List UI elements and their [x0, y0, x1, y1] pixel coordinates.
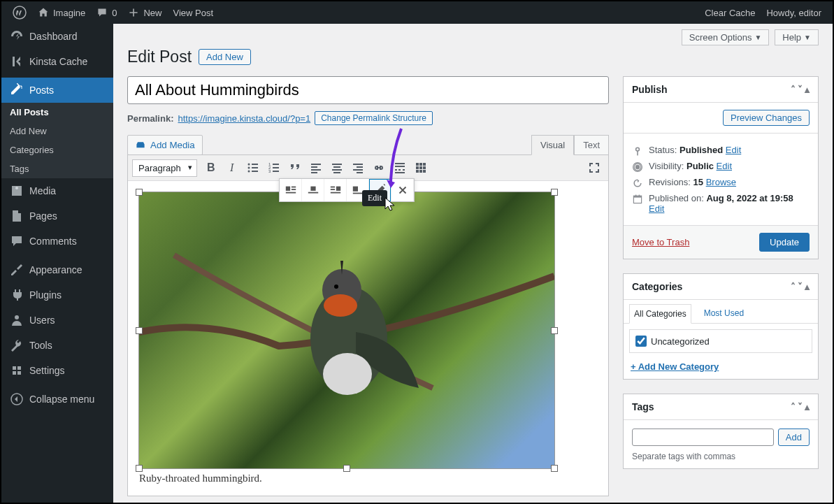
tab-text[interactable]: Text — [574, 135, 609, 155]
sidebar-item-comments[interactable]: Comments — [1, 229, 113, 254]
resize-handle[interactable] — [136, 189, 143, 196]
align-center-button[interactable] — [327, 158, 347, 178]
post-image[interactable] — [139, 192, 554, 468]
post-title-input[interactable] — [127, 76, 609, 104]
new-content-link[interactable]: New — [122, 1, 167, 24]
fullscreen-button[interactable] — [584, 158, 604, 178]
svg-point-59 — [324, 294, 357, 317]
tags-input[interactable] — [632, 429, 774, 446]
align-right-button[interactable] — [348, 158, 368, 178]
sidebar-item-kinsta[interactable]: Kinsta Cache — [1, 49, 113, 74]
svg-rect-36 — [416, 163, 419, 166]
panel-down-icon[interactable]: ˅ — [798, 401, 803, 412]
svg-rect-22 — [311, 166, 317, 168]
sidebar-item-appearance[interactable]: Appearance — [1, 257, 113, 282]
tab-all-categories[interactable]: All Categories — [629, 304, 691, 324]
panel-up-icon[interactable]: ˄ — [791, 401, 796, 412]
comments-link[interactable]: 0 — [91, 1, 122, 24]
sidebar-item-pages[interactable]: Pages — [1, 203, 113, 229]
change-permalink-button[interactable]: Change Permalink Structure — [315, 111, 433, 125]
readmore-button[interactable] — [390, 158, 410, 178]
resize-handle[interactable] — [343, 465, 350, 472]
svg-rect-32 — [357, 172, 363, 173]
collapse-menu[interactable]: Collapse menu — [1, 387, 113, 412]
add-tag-button[interactable]: Add — [778, 429, 810, 446]
svg-rect-44 — [423, 170, 426, 173]
img-align-right-button[interactable] — [324, 179, 347, 201]
italic-button[interactable]: I — [222, 158, 242, 178]
format-select[interactable]: Paragraph — [132, 159, 197, 177]
submenu-tags[interactable]: Tags — [1, 159, 113, 178]
numbered-list-button[interactable]: 123 — [264, 158, 284, 178]
svg-rect-12 — [252, 167, 258, 168]
svg-point-60 — [323, 353, 372, 395]
view-post-link[interactable]: View Post — [168, 1, 220, 24]
panel-toggle-icon[interactable]: ▴ — [805, 84, 810, 95]
howdy-user[interactable]: Howdy, editor — [761, 1, 827, 24]
edit-status-link[interactable]: Edit — [726, 145, 741, 155]
add-media-button[interactable]: Add Media — [127, 135, 203, 155]
permalink-url[interactable]: https://imagine.kinsta.cloud/?p=1 — [178, 113, 310, 124]
align-left-button[interactable] — [306, 158, 326, 178]
submenu-add-new[interactable]: Add New — [1, 122, 113, 141]
categories-panel: Categories˄˅▴ All Categories Most Used U… — [623, 273, 819, 380]
help-button[interactable]: Help ▼ — [775, 29, 819, 45]
sidebar-item-users[interactable]: Users — [1, 308, 113, 333]
svg-rect-68 — [639, 195, 640, 196]
add-new-button[interactable]: Add New — [199, 49, 251, 65]
sidebar-item-posts[interactable]: Posts — [1, 78, 113, 103]
svg-rect-49 — [310, 187, 315, 191]
tab-most-used[interactable]: Most Used — [700, 304, 748, 323]
resize-handle[interactable] — [551, 189, 558, 196]
wordpress-logo[interactable] — [7, 1, 32, 24]
admin-toolbar: Imagine 0 New View Post Clear Cache Howd… — [1, 1, 833, 24]
panel-toggle-icon[interactable]: ▴ — [805, 401, 810, 412]
sidebar-item-media[interactable]: Media — [1, 178, 113, 203]
panel-up-icon[interactable]: ˄ — [791, 281, 796, 292]
update-button[interactable]: Update — [759, 233, 810, 252]
resize-handle[interactable] — [551, 327, 558, 334]
panel-down-icon[interactable]: ˅ — [798, 281, 803, 292]
image-caption[interactable]: Ruby-throated hummingbird. — [139, 473, 597, 484]
panel-up-icon[interactable]: ˄ — [791, 84, 796, 95]
link-button[interactable] — [369, 158, 389, 178]
main-content: Screen Options ▼ Help ▼ Edit Post Add Ne… — [113, 24, 833, 503]
site-home-link[interactable]: Imagine — [32, 1, 91, 24]
bullet-list-button[interactable] — [243, 158, 263, 178]
svg-rect-34 — [395, 166, 405, 167]
editor-body[interactable]: Edit — [128, 181, 608, 496]
resize-handle[interactable] — [136, 465, 143, 472]
img-remove-button[interactable] — [391, 179, 414, 201]
svg-rect-3 — [13, 366, 16, 370]
img-align-left-button[interactable] — [280, 179, 302, 201]
bold-button[interactable]: B — [201, 158, 221, 178]
panel-toggle-icon[interactable]: ▴ — [805, 281, 810, 292]
resize-handle[interactable] — [136, 327, 143, 334]
toolbar-toggle-button[interactable] — [411, 158, 431, 178]
edit-visibility-link[interactable]: Edit — [717, 161, 732, 171]
category-checkbox-uncategorized[interactable]: Uncategorized — [635, 336, 806, 347]
sidebar-item-settings[interactable]: Settings — [1, 358, 113, 383]
clear-cache-link[interactable]: Clear Cache — [699, 1, 761, 24]
svg-rect-41 — [423, 166, 426, 169]
move-to-trash-link[interactable]: Move to Trash — [632, 237, 689, 247]
resize-handle[interactable] — [551, 465, 558, 472]
add-new-category-link[interactable]: + Add New Category — [624, 359, 818, 379]
svg-rect-16 — [273, 164, 279, 165]
blockquote-button[interactable] — [285, 158, 305, 178]
screen-options-button[interactable]: Screen Options ▼ — [682, 29, 770, 45]
svg-rect-55 — [352, 187, 357, 192]
svg-rect-47 — [291, 189, 295, 190]
submenu-all-posts[interactable]: All Posts — [1, 103, 113, 122]
sidebar-item-tools[interactable]: Tools — [1, 333, 113, 358]
panel-down-icon[interactable]: ˅ — [798, 84, 803, 95]
browse-revisions-link[interactable]: Browse — [706, 177, 736, 187]
svg-rect-29 — [353, 164, 363, 165]
sidebar-item-dashboard[interactable]: Dashboard — [1, 24, 113, 49]
tab-visual[interactable]: Visual — [531, 135, 574, 155]
edit-date-link[interactable]: Edit — [649, 203, 664, 214]
img-align-center-button[interactable] — [302, 179, 324, 201]
submenu-categories[interactable]: Categories — [1, 141, 113, 159]
sidebar-item-plugins[interactable]: Plugins — [1, 282, 113, 308]
preview-changes-button[interactable]: Preview Changes — [723, 110, 810, 126]
